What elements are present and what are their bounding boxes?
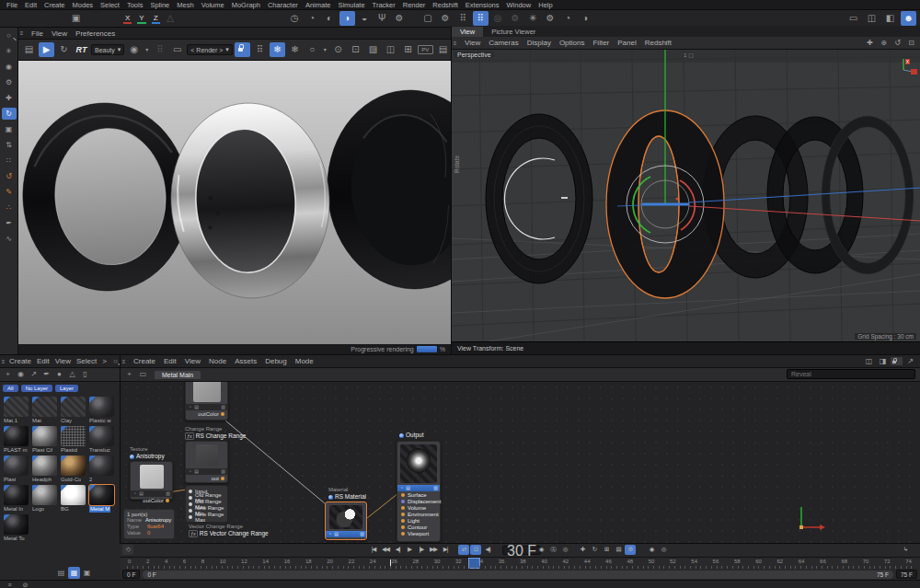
- viewport-menu-item[interactable]: Display: [527, 39, 551, 47]
- node-menu-icon[interactable]: ▥: [221, 405, 225, 410]
- input-port[interactable]: New Range Max: [186, 513, 227, 520]
- autokey-icon[interactable]: Ⓐ: [547, 545, 558, 555]
- key-rotation-icon[interactable]: ↻: [589, 545, 600, 555]
- material-item[interactable]: Gold-Co: [61, 455, 87, 483]
- dolly-icon[interactable]: ⊕: [878, 37, 890, 49]
- node-editor-menu-item[interactable]: Mode: [295, 357, 314, 365]
- viewport-tab[interactable]: View: [452, 27, 483, 37]
- node-texture[interactable]: ◔▤▥ outColor: [130, 461, 173, 500]
- page-icon[interactable]: ▤: [435, 42, 451, 57]
- material-item[interactable]: Metal M: [89, 485, 116, 513]
- shaded-icon[interactable]: ◐: [322, 11, 338, 26]
- menu-item[interactable]: Modes: [73, 1, 94, 9]
- axis-toggle[interactable]: Z: [152, 14, 160, 24]
- menu-item[interactable]: Mesh: [177, 1, 193, 9]
- node-eye-icon[interactable]: ◔: [188, 405, 192, 410]
- info-icon[interactable]: ◔: [305, 11, 320, 26]
- gear-dim-icon[interactable]: ⚙: [508, 11, 523, 26]
- output-port[interactable]: Light: [397, 517, 440, 524]
- menu-item[interactable]: Window: [507, 1, 532, 9]
- region-icon[interactable]: ○: [305, 42, 320, 57]
- port-dot[interactable]: [166, 499, 169, 502]
- port-dot[interactable]: [401, 493, 405, 497]
- menu-item[interactable]: Render: [403, 1, 426, 9]
- next-frame-icon[interactable]: |▶: [416, 545, 427, 555]
- viewport-label[interactable]: Perspective: [454, 52, 494, 58]
- snap-grid-icon[interactable]: ⠿: [473, 11, 489, 26]
- material-item[interactable]: 2: [89, 455, 116, 483]
- refresh-icon[interactable]: ↻: [56, 42, 72, 57]
- cone-icon[interactable]: △: [66, 369, 78, 381]
- port-outcolor[interactable]: outColor: [131, 497, 172, 504]
- popout-icon[interactable]: ↗: [904, 355, 916, 367]
- node-grid-icon[interactable]: ▤: [334, 532, 339, 537]
- points-icon[interactable]: ∴: [2, 202, 17, 213]
- material-thumbnail[interactable]: [61, 455, 86, 476]
- keyframe-diamond-icon[interactable]: ◇: [122, 545, 133, 555]
- port-dot[interactable]: [189, 515, 192, 519]
- port-outcolor[interactable]: outColor: [186, 410, 227, 418]
- snap-icon[interactable]: ∷: [2, 155, 17, 167]
- pv-badge[interactable]: PV: [418, 45, 433, 54]
- menu-item[interactable]: Animate: [305, 1, 331, 9]
- bucket-grid-icon[interactable]: ⠿: [152, 42, 167, 57]
- loop-icon[interactable]: ⇄: [458, 545, 469, 555]
- viewport-menu-item[interactable]: Filter: [592, 39, 609, 47]
- pan-icon[interactable]: ✚: [864, 37, 876, 49]
- record-icon[interactable]: ◉: [535, 545, 546, 555]
- material-thumbnail[interactable]: [32, 455, 57, 476]
- material-menu-item[interactable]: >: [102, 357, 107, 365]
- caret-icon[interactable]: ▾: [144, 42, 150, 57]
- dither-icon[interactable]: ▨: [365, 42, 381, 57]
- node-menu-icon[interactable]: ▥: [221, 469, 225, 475]
- node-material[interactable]: ◔▤▥: [325, 502, 367, 540]
- render-image[interactable]: [18, 61, 451, 344]
- spline-smooth-icon[interactable]: ∿: [2, 233, 17, 245]
- material-item[interactable]: BG: [61, 485, 87, 513]
- material-thumbnail[interactable]: [61, 397, 86, 417]
- output-port[interactable]: Viewport: [397, 530, 440, 536]
- port-dot[interactable]: [221, 477, 224, 480]
- range-end-field[interactable]: 75 F: [896, 570, 917, 579]
- lock-icon[interactable]: [235, 42, 250, 57]
- material-thumbnail[interactable]: [4, 397, 29, 417]
- fit-icon[interactable]: ⊡: [348, 42, 363, 57]
- grid-icon[interactable]: ⠿: [455, 11, 471, 26]
- live-selection-icon[interactable]: ◉: [2, 61, 17, 73]
- search-icon[interactable]: ○: [2, 29, 17, 41]
- playhead[interactable]: [468, 558, 480, 569]
- caret2-icon[interactable]: ▾: [322, 42, 328, 57]
- material-thumbnail[interactable]: [4, 455, 29, 476]
- rotate-band-icon[interactable]: ↺: [2, 170, 17, 182]
- menu-item[interactable]: Character: [268, 1, 298, 9]
- layout-quad-icon[interactable]: ◧: [882, 11, 898, 26]
- node-eye-icon[interactable]: ◔: [399, 486, 404, 491]
- layout-split-icon[interactable]: ◫: [864, 11, 880, 26]
- add-material-icon[interactable]: +: [2, 369, 14, 381]
- menu-item[interactable]: Edit: [25, 1, 37, 9]
- menu-item[interactable]: Help: [538, 1, 552, 9]
- reveal-search-input[interactable]: [787, 369, 915, 379]
- node-eye-icon[interactable]: ◔: [328, 532, 332, 537]
- port-out[interactable]: out: [186, 475, 227, 482]
- menu-item[interactable]: File: [6, 1, 17, 9]
- viewport-menu-item[interactable]: Options: [559, 39, 585, 47]
- brush-icon[interactable]: ✳: [2, 45, 17, 57]
- renderview-menu-item[interactable]: File: [31, 29, 43, 38]
- menu-item[interactable]: MoGraph: [232, 1, 260, 9]
- menu-item[interactable]: Simulate: [338, 1, 364, 9]
- add-node-icon[interactable]: +: [123, 369, 135, 381]
- material-item[interactable]: Headph: [32, 455, 59, 483]
- material-filter[interactable]: No Layer: [21, 385, 52, 392]
- material-item[interactable]: Plast Cil: [32, 426, 59, 454]
- motion-clip-icon[interactable]: ↳: [900, 545, 911, 555]
- gear2-icon[interactable]: ⚙: [543, 11, 558, 26]
- port-dot[interactable]: [189, 509, 192, 513]
- port-dot[interactable]: [401, 500, 405, 503]
- pen-icon[interactable]: ✒: [2, 217, 17, 229]
- port-dot[interactable]: [221, 412, 224, 416]
- maximize-icon[interactable]: ⊡: [905, 37, 917, 49]
- gear-icon[interactable]: ⚙: [438, 11, 454, 26]
- menu-item[interactable]: Redshift: [432, 1, 458, 9]
- viewport-menu-item[interactable]: Cameras: [489, 39, 518, 47]
